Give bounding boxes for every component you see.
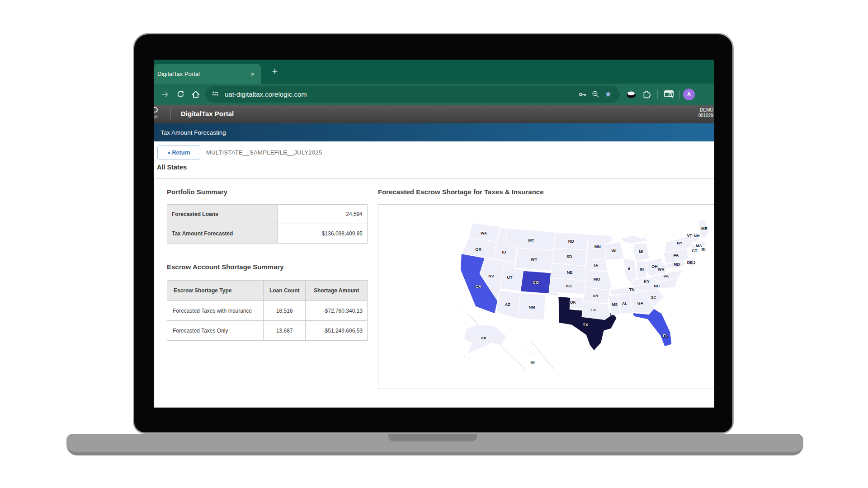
table-row: Tax Amount Forecasted $136,098,409.85 <box>167 224 368 244</box>
profile-avatar[interactable]: A <box>683 89 695 100</box>
state-label-IA: IA <box>594 263 599 267</box>
site-info-icon[interactable] <box>211 89 220 100</box>
state-label-SC: SC <box>651 295 656 300</box>
tab-close-icon[interactable]: × <box>249 70 256 78</box>
forward-icon[interactable] <box>157 87 173 102</box>
scope-label: All States <box>157 164 187 171</box>
table-row: Forecasted Loans 24,594 <box>167 205 368 224</box>
state-label-ID: ID <box>502 250 506 254</box>
laptop-screen: DigitalTax Portal × + uat-digitaltax.cor… <box>154 60 714 408</box>
portfolio-summary-title: Portfolio Summary <box>167 188 227 196</box>
column-header: Loan Count <box>264 281 306 301</box>
state-label-DE: DE <box>687 260 693 265</box>
state-label-VT: VT <box>687 233 693 238</box>
cell-amount: -$51,249,606.53 <box>306 321 368 341</box>
state-AK[interactable] <box>464 324 506 360</box>
table-row: Forecasted Taxes Only 13,687 -$51,249,60… <box>167 321 368 341</box>
table-header-row: Escrow Shortage Type Loan Count Shortage… <box>167 281 368 301</box>
side-panel-search-icon[interactable] <box>661 87 676 102</box>
escrow-summary-title: Escrow Account Shortage Summary <box>167 263 284 271</box>
state-HI[interactable] <box>522 347 541 357</box>
address-bar[interactable]: uat-digitaltax.corelogic.com ★ <box>205 86 620 103</box>
state-label-NM: NM <box>528 305 535 310</box>
state-label-AR: AR <box>592 294 599 298</box>
state-MI[interactable] <box>620 235 650 261</box>
state-label-CT: CT <box>692 249 698 253</box>
state-label-IL: IL <box>628 267 632 271</box>
portfolio-file-name: MULTISTATE__SAMPLEFILE__JULY2025 <box>206 149 322 156</box>
state-label-WI: WI <box>611 249 616 253</box>
summary-panel: Portfolio Summary Forecasted Loans 24,59… <box>155 178 714 407</box>
cell-count: 16,516 <box>264 301 306 321</box>
browser-tab-strip: DigitalTax Portal × + <box>154 60 714 84</box>
state-label-LA: LA <box>590 308 596 312</box>
browser-tab-active[interactable]: DigitalTax Portal × <box>154 64 261 84</box>
row-value: 24,594 <box>278 205 368 224</box>
page-content: « Return MULTISTATE__SAMPLEFILE__JULY202… <box>154 141 714 408</box>
return-button[interactable]: « Return <box>157 145 200 160</box>
key-icon[interactable] <box>576 88 589 101</box>
logo-mark <box>154 107 158 113</box>
zoom-out-icon[interactable] <box>589 88 602 101</box>
state-label-NH: NH <box>694 234 700 238</box>
row-label: Tax Amount Forecasted <box>167 224 278 244</box>
state-label-OR: OR <box>475 247 481 252</box>
section-banner: Tax Amount Forecasting <box>154 123 714 141</box>
state-label-TN: TN <box>629 287 634 292</box>
state-label-FL: FL <box>663 333 668 338</box>
state-label-WY: WY <box>531 257 538 262</box>
map-title: Forecasted Escrow Shortage for Taxes & I… <box>378 188 544 196</box>
url-text[interactable]: uat-digitaltax.corelogic.com <box>225 90 576 98</box>
table-row: Forecasted Taxes with Insurance 16,516 -… <box>167 301 368 321</box>
state-label-SD: SD <box>566 254 572 259</box>
state-label-MI: MI <box>639 249 643 254</box>
state-label-CA: CA <box>476 284 482 289</box>
state-label-MO: MO <box>594 277 600 282</box>
reload-icon[interactable] <box>173 87 188 102</box>
corelogic-logo-fragment: gic <box>154 107 160 122</box>
escrow-shortage-table: Escrow Shortage Type Loan Count Shortage… <box>167 280 368 341</box>
us-map-container: WAORCANVIDMTWYUTCOAZNMNDSDNEKSOKTXMNIAMO… <box>378 204 714 389</box>
state-label-NE: NE <box>567 270 573 275</box>
state-LA[interactable] <box>582 301 610 319</box>
state-label-AZ: AZ <box>505 302 511 307</box>
laptop-base <box>66 434 803 455</box>
state-label-HI: HI <box>531 360 535 365</box>
state-label-NV: NV <box>488 274 494 278</box>
cell-count: 13,687 <box>264 321 306 341</box>
environment-badge: DEMO 001029 <box>698 108 713 118</box>
state-label-KS: KS <box>566 284 572 288</box>
toolbar-divider <box>657 90 658 99</box>
state-label-VA: VA <box>663 274 669 278</box>
column-header: Escrow Shortage Type <box>167 281 264 301</box>
state-label-WV: WV <box>658 267 665 272</box>
state-label-WA: WA <box>481 231 487 235</box>
cell-type: Forecasted Taxes with Insurance <box>167 301 264 321</box>
row-label: Forecasted Loans <box>167 205 278 224</box>
tab-title: DigitalTax Portal <box>157 70 249 77</box>
bookmark-star-icon[interactable]: ★ <box>602 88 614 101</box>
state-label-RI: RI <box>702 247 706 252</box>
state-label-TX: TX <box>583 323 588 327</box>
state-label-GA: GA <box>637 301 644 305</box>
state-label-ND: ND <box>568 239 575 244</box>
state-label-PA: PA <box>673 253 679 258</box>
state-label-MD: MD <box>674 262 680 267</box>
state-label-KY: KY <box>644 279 650 284</box>
toolbar-divider <box>679 90 680 99</box>
new-tab-button[interactable]: + <box>268 65 282 78</box>
row-value: $136,098,409.85 <box>278 224 368 244</box>
cell-type: Forecasted Taxes Only <box>167 321 264 341</box>
state-label-NC: NC <box>654 284 660 288</box>
column-header: Shortage Amount <box>306 281 368 301</box>
state-FL[interactable] <box>632 309 672 347</box>
extension-badge-icon[interactable] <box>623 87 639 102</box>
extensions-puzzle-icon[interactable] <box>639 87 654 102</box>
state-label-OK: OK <box>570 300 576 305</box>
state-label-MN: MN <box>594 244 601 249</box>
portfolio-summary-table: Forecasted Loans 24,594 Tax Amount Forec… <box>167 204 368 244</box>
cell-amount: -$72,760,340.13 <box>306 301 368 321</box>
home-icon[interactable] <box>188 87 203 102</box>
state-label-MS: MS <box>612 302 618 307</box>
state-label-AK: AK <box>481 336 487 340</box>
